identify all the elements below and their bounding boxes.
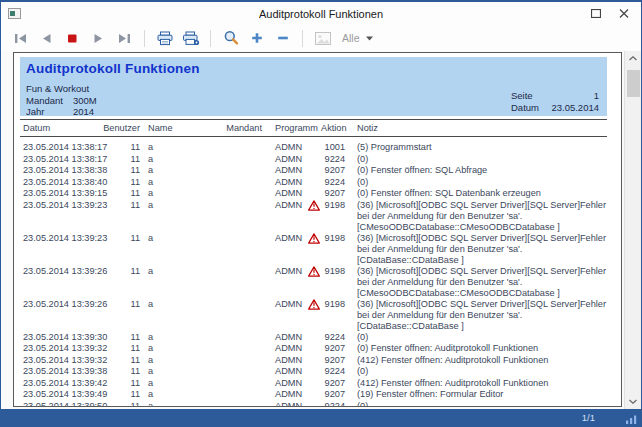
cell-datum: 23.05.2014 13:39:15 — [20, 188, 98, 199]
cell-notiz: (0) — [345, 154, 607, 165]
col-header-name: Name — [140, 123, 190, 133]
cell-benutzer: 11 — [98, 200, 140, 211]
cell-aktion: 9207 — [321, 165, 345, 176]
next-page-button[interactable] — [88, 28, 109, 48]
previous-page-button[interactable] — [36, 28, 57, 48]
cell-name: a — [140, 165, 190, 176]
toolbar: Alle — [1, 25, 641, 51]
cell-name: a — [140, 378, 190, 389]
report-header-band: Auditprotokoll Funktionen Fun & Workout … — [20, 57, 607, 116]
window-title: Auditprotokoll Funktionen — [1, 8, 641, 20]
cell-programm: ADMN — [262, 378, 307, 389]
table-row: 23.05.2014 13:39:38 11 a ADMN 9224 (0) — [20, 366, 607, 378]
resize-grip-icon[interactable] — [626, 414, 637, 424]
cell-benutzer: 11 — [98, 165, 140, 176]
zoom-level-dropdown[interactable]: Alle — [338, 30, 377, 46]
report-page-area: Auditprotokoll Funktionen Fun & Workout … — [1, 51, 624, 409]
scrollbar-thumb[interactable] — [627, 70, 640, 97]
cell-notiz: (0) — [345, 332, 607, 343]
cell-name: a — [140, 188, 190, 199]
cell-programm: ADMN — [262, 165, 307, 176]
chevron-up-icon — [629, 56, 637, 61]
chevron-down-icon — [366, 36, 373, 41]
cell-programm: ADMN — [262, 154, 307, 165]
cell-notiz: (0) — [345, 366, 607, 377]
cell-notiz: (412) Fenster öffnen: Auditprotokoll Fun… — [345, 355, 607, 366]
vertical-scrollbar[interactable] — [624, 51, 641, 409]
cell-notiz: (0) — [345, 177, 607, 188]
table-row: 23.05.2014 13:38:17 11 a ADMN 9224 (0) — [20, 154, 607, 166]
cell-notiz: (5) Programmstart — [345, 142, 607, 153]
zoom-in-button[interactable] — [246, 28, 267, 48]
zoom-button[interactable] — [220, 28, 241, 48]
cell-programm: ADMN — [262, 332, 307, 343]
cell-datum: 23.05.2014 13:39:26 — [20, 299, 98, 310]
title-bar: Auditprotokoll Funktionen — [1, 2, 641, 25]
cell-datum: 23.05.2014 13:39:49 — [20, 389, 98, 400]
scroll-up-button[interactable] — [625, 51, 641, 66]
last-page-button[interactable] — [114, 28, 135, 48]
report-meta-right: Seite1 Datum23.05.2014 — [511, 90, 599, 113]
cell-benutzer: 11 — [98, 177, 140, 188]
zoom-out-button[interactable] — [272, 28, 293, 48]
cell-aktion: 9224 — [321, 366, 345, 377]
table-row: 23.05.2014 13:39:23 11 a ADMN 9198 (36) … — [20, 233, 607, 266]
cell-aktion: 9198 — [321, 299, 345, 310]
cell-name: a — [140, 233, 190, 244]
cell-name: a — [140, 142, 190, 153]
cell-benutzer: 11 — [98, 154, 140, 165]
cell-notiz: (0) Fenster öffnen: SQL Datenbank erzeug… — [345, 188, 607, 199]
table-row: 23.05.2014 13:38:38 11 a ADMN 9207 (0) F… — [20, 165, 607, 177]
cell-benutzer: 11 — [98, 343, 140, 354]
cell-datum: 23.05.2014 13:39:50 — [20, 401, 98, 408]
maximize-button[interactable] — [589, 7, 603, 20]
table-row: 23.05.2014 13:39:42 11 a ADMN 9207 (412)… — [20, 378, 607, 390]
table-row: 23.05.2014 13:39:49 11 a ADMN 9207 (19) … — [20, 389, 607, 401]
cell-programm: ADMN — [262, 366, 307, 377]
cell-notiz: (0) — [345, 401, 607, 408]
report-viewport: Auditprotokoll Funktionen Fun & Workout … — [1, 51, 641, 409]
cell-datum: 23.05.2014 13:39:23 — [20, 200, 98, 211]
cell-benutzer: 11 — [98, 378, 140, 389]
cell-name: a — [140, 389, 190, 400]
warning-icon — [307, 266, 321, 278]
cell-aktion: 9207 — [321, 389, 345, 400]
col-header-notiz: Notiz — [345, 123, 607, 133]
cell-programm: ADMN — [262, 142, 307, 153]
audit-table: Datum Benutzer Name Mandant Programm Akt… — [20, 119, 607, 407]
cell-programm: ADMN — [262, 200, 307, 211]
cell-name: a — [140, 154, 190, 165]
col-header-mandant: Mandant — [190, 123, 262, 133]
cell-aktion: 9224 — [321, 401, 345, 408]
cell-benutzer: 11 — [98, 355, 140, 366]
table-row: 23.05.2014 13:38:40 11 a ADMN 9224 (0) — [20, 177, 607, 189]
stop-button[interactable] — [62, 28, 83, 48]
cell-programm: ADMN — [262, 188, 307, 199]
thumbnails-button[interactable] — [312, 28, 333, 48]
cell-name: a — [140, 401, 190, 408]
cell-name: a — [140, 266, 190, 277]
first-page-button[interactable] — [10, 28, 31, 48]
cell-name: a — [140, 299, 190, 310]
close-button[interactable] — [617, 7, 631, 20]
cell-name: a — [140, 355, 190, 366]
cell-notiz: (0) Fenster öffnen: Auditprotokoll Funkt… — [345, 343, 607, 354]
cell-notiz: (0) Fenster öffnen: SQL Abfrage — [345, 165, 607, 176]
table-row: 23.05.2014 13:39:15 11 a ADMN 9207 (0) F… — [20, 188, 607, 200]
cell-aktion: 9207 — [321, 343, 345, 354]
cell-datum: 23.05.2014 13:39:32 — [20, 355, 98, 366]
table-row: 23.05.2014 13:39:32 11 a ADMN 9207 (0) F… — [20, 343, 607, 355]
scroll-down-button[interactable] — [625, 394, 641, 409]
warning-icon — [307, 233, 321, 245]
table-row: 23.05.2014 13:39:32 11 a ADMN 9207 (412)… — [20, 355, 607, 367]
print-setup-button[interactable] — [180, 28, 201, 48]
col-header-datum: Datum — [20, 123, 98, 133]
cell-benutzer: 11 — [98, 142, 140, 153]
cell-datum: 23.05.2014 13:39:30 — [20, 332, 98, 343]
print-button[interactable] — [154, 28, 175, 48]
cell-aktion: 9198 — [321, 233, 345, 244]
warning-icon — [307, 299, 321, 311]
table-row: 23.05.2014 13:39:26 11 a ADMN 9198 (36) … — [20, 299, 607, 332]
toolbar-separator — [302, 30, 303, 47]
toolbar-separator — [210, 30, 211, 47]
